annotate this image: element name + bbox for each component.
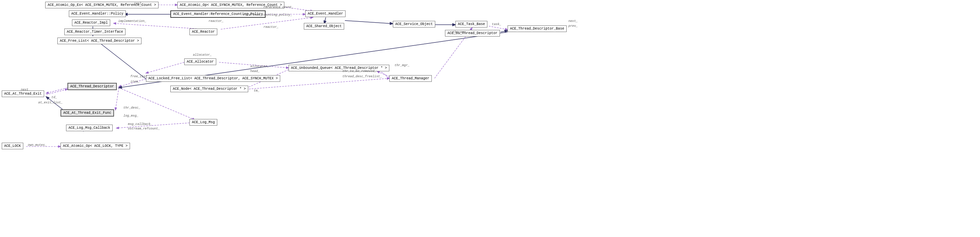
svg-line-9 bbox=[146, 62, 184, 73]
label-free-list: free_list_ bbox=[130, 75, 149, 78]
diagram-container: ACE_Atomic_Op_Ex< ACE_SYNCH_MUTEX, Refer… bbox=[0, 0, 980, 237]
svg-line-17 bbox=[115, 88, 119, 110]
node-ACE_Node[interactable]: ACE_Node< ACE_Thread_Descriptor * > bbox=[170, 86, 248, 92]
label-rcp: reference_counting_policy_ bbox=[243, 13, 292, 17]
node-ACE_Thread_Manager[interactable]: ACE_Thread_Manager bbox=[389, 75, 432, 82]
label-own-mutex: own_mutex_ bbox=[28, 143, 46, 147]
label-thr-desc: thr_desc_ bbox=[123, 106, 140, 110]
node-ACE_Thread_Descriptor_Base[interactable]: ACE_Thread_Descriptor_Base bbox=[508, 26, 566, 32]
node-ACE_Atomic_Op_LOCK[interactable]: ACE_Atomic_Op< ACE_LOCK, TYPE > bbox=[60, 143, 130, 149]
label-msg-callback: msg_callback_ bbox=[128, 123, 152, 126]
label-item: item_ bbox=[130, 80, 140, 83]
node-ACE_Reactor_Timer_Interface[interactable]: ACE_Reactor_Timer_Interface bbox=[64, 29, 126, 35]
label-tm: tm_ bbox=[254, 89, 259, 93]
label-log-msg: log_msg_ bbox=[123, 114, 138, 118]
label-allocator2: allocator_ bbox=[250, 65, 269, 68]
node-ACE_Free_List[interactable]: ACE_Free_List< ACE_Thread_Descriptor > bbox=[57, 38, 142, 44]
svg-line-8 bbox=[97, 41, 146, 79]
svg-line-15 bbox=[46, 89, 67, 94]
label-reference-count: reference_count_ bbox=[264, 6, 293, 9]
node-ACE_At_Thread_Exit_Func[interactable]: ACE_At_Thread_Exit_Func bbox=[60, 109, 114, 117]
node-ACE_Locked_Free_List[interactable]: ACE_Locked_Free_List< ACE_Thread_Descrip… bbox=[146, 75, 280, 82]
node-ACE_Event_Handler[interactable]: ACE_Event_Handler bbox=[305, 10, 345, 17]
svg-line-14 bbox=[46, 88, 67, 93]
label-prev: prev_ bbox=[568, 24, 578, 28]
label-ostream-refcount: ostream_refcount_ bbox=[128, 127, 160, 131]
node-ACE_LOCK[interactable]: ACE_LOCK bbox=[2, 143, 23, 149]
label-next: next_ bbox=[21, 88, 30, 91]
label-td: td_ bbox=[51, 96, 57, 99]
label-thr-mgr2: thr_mgr_ bbox=[395, 64, 409, 67]
label-next2: next_ bbox=[568, 19, 578, 23]
label-task: task_ bbox=[492, 22, 501, 26]
node-ACE_Allocator[interactable]: ACE_Allocator bbox=[184, 58, 216, 65]
node-ACE_Log_Msg_Callback[interactable]: ACE_Log_Msg_Callback bbox=[66, 125, 113, 131]
svg-line-25 bbox=[489, 26, 508, 30]
label-impl: impl_ bbox=[134, 2, 143, 6]
node-ACE_Reactor[interactable]: ACE_Reactor bbox=[189, 29, 217, 35]
label-reactor1: reactor_ bbox=[264, 26, 278, 29]
node-ACE_Reactor_Impl[interactable]: ACE_Reactor_Impl bbox=[72, 19, 110, 26]
node-ACE_Task_Base[interactable]: ACE_Task_Base bbox=[455, 21, 487, 27]
label-head: head_ bbox=[250, 70, 260, 73]
label-thr-mgr1: thr_mgr_ bbox=[453, 30, 468, 34]
node-ACE_Shared_Object[interactable]: ACE_Shared_Object bbox=[304, 23, 344, 30]
svg-line-26 bbox=[501, 30, 508, 32]
node-ACE_Service_Object[interactable]: ACE_Service_Object bbox=[393, 21, 435, 27]
label-at-exit-list: at_exit_list_ bbox=[38, 101, 62, 104]
node-ACE_Log_Msg[interactable]: ACE_Log_Msg bbox=[189, 119, 217, 126]
label-reactor2: reactor_ bbox=[208, 19, 224, 23]
label-allocator1: allocator_ bbox=[193, 53, 212, 57]
label-implementation: implementation_ bbox=[118, 19, 146, 23]
node-ACE_Event_Handler_Policy[interactable]: ACE_Event_Handler::Policy bbox=[69, 10, 126, 17]
label-thr-to-be-removed: thr_to_be_removed_ bbox=[342, 70, 376, 73]
svg-line-23 bbox=[345, 21, 393, 24]
node-ACE_Thread_Descriptor[interactable]: ACE_Thread_Descriptor bbox=[67, 83, 117, 90]
label-thread-desc-freelist: thread_desc_freelist_ bbox=[342, 75, 382, 78]
